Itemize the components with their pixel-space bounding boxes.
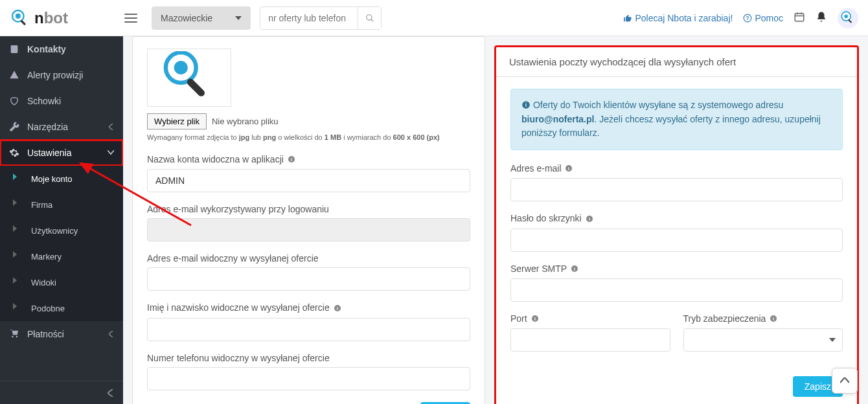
sidebar-label: Widoki: [31, 278, 114, 287]
sidebar-item-podobne[interactable]: Podobne: [0, 295, 123, 321]
sidebar-item-schowki[interactable]: Schowki: [0, 88, 123, 114]
chevron-down-icon: [108, 150, 114, 155]
chevron-left-icon: [109, 124, 114, 130]
smtp-server-input[interactable]: [510, 278, 843, 302]
caret-right-icon: [13, 174, 23, 184]
logo-icon: [10, 8, 30, 28]
file-hint: Wymagany format zdjęcia to jpg lub png o…: [147, 133, 470, 141]
avatar-thumbnail: [147, 49, 231, 107]
sidebar-item-widoki[interactable]: Widoki: [0, 269, 123, 295]
offer-email-input[interactable]: [147, 267, 470, 291]
info-icon[interactable]: i: [565, 164, 573, 174]
chevron-left-icon: [108, 389, 114, 397]
smtp-port-label: Port i: [510, 313, 670, 324]
chevron-up-icon: [840, 377, 849, 384]
fullname-input[interactable]: [147, 318, 470, 341]
account-name-input[interactable]: [147, 169, 470, 192]
sidebar-item-ustawienia[interactable]: Ustawienia: [0, 140, 123, 166]
sidebar-item-kontakty[interactable]: Kontakty: [0, 36, 123, 62]
smtp-security-select[interactable]: [683, 328, 843, 352]
caret-down-icon: [235, 16, 242, 20]
svg-text:i: i: [589, 216, 590, 221]
smtp-security-label: Tryb zabezpieczenia i: [683, 313, 843, 324]
region-select[interactable]: Mazowieckie: [152, 6, 251, 30]
scroll-top-button[interactable]: [832, 368, 858, 394]
sidebar-item-platnosci[interactable]: Płatności: [0, 321, 123, 347]
logo-text-n: n: [34, 9, 44, 27]
svg-rect-7: [795, 14, 804, 21]
sidebar-label: Firma: [31, 200, 114, 210]
menu-toggle-icon[interactable]: [123, 10, 139, 26]
choose-file-button[interactable]: Wybierz plik: [147, 113, 207, 129]
sidebar-collapse[interactable]: [0, 381, 123, 404]
sidebar-label: Podobne: [31, 304, 114, 313]
recommend-text: Polecaj Nbota i zarabiaj!: [635, 13, 733, 23]
smtp-password-input[interactable]: [510, 229, 843, 252]
svg-text:i: i: [291, 157, 292, 162]
svg-text:i: i: [773, 317, 774, 321]
header-right: Polecaj Nbota i zarabiaj! ? Pomoc: [623, 8, 858, 28]
bell-icon[interactable]: [816, 11, 827, 25]
heart-icon: [9, 96, 19, 106]
caret-right-icon: [13, 199, 23, 210]
avatar-icon: [839, 9, 857, 27]
caret-right-icon: [13, 277, 23, 287]
sidebar-item-narzedzia[interactable]: Narzędzia: [0, 114, 123, 140]
svg-text:i: i: [574, 266, 575, 271]
smtp-password-label: Hasło do skrzynki i: [510, 213, 843, 224]
search-input[interactable]: [260, 8, 358, 28]
sidebar-item-alerty[interactable]: Alerty prowizji: [0, 62, 123, 88]
offer-email-label: Adres e-mail widoczny w wysyłanej oferci…: [147, 253, 470, 264]
login-email-label: Adres e-mail wykorzystywany przy logowan…: [147, 204, 470, 214]
save-button[interactable]: Zapisz: [420, 402, 470, 404]
svg-text:i: i: [525, 102, 527, 108]
sidebar-label: Moje konto: [31, 174, 114, 184]
info-icon[interactable]: i: [586, 214, 593, 225]
sidebar-item-uzytkownicy[interactable]: Użytkownicy: [0, 218, 123, 243]
info-icon: i: [521, 100, 531, 109]
sidebar-label: Markery: [31, 252, 114, 262]
info-icon[interactable]: i: [770, 314, 777, 324]
calendar-icon[interactable]: [794, 11, 805, 25]
svg-point-17: [174, 61, 188, 74]
caret-right-icon: [13, 303, 23, 313]
recommend-link[interactable]: Polecaj Nbota i zarabiaj!: [623, 13, 733, 23]
svg-text:?: ?: [746, 15, 749, 21]
svg-text:i: i: [337, 306, 338, 310]
info-icon[interactable]: i: [288, 155, 295, 165]
phone-input[interactable]: [147, 367, 470, 390]
region-label: Mazowieckie: [161, 13, 212, 23]
svg-point-3: [366, 14, 371, 19]
help-icon: ?: [743, 14, 752, 23]
help-text: Pomoc: [755, 13, 783, 23]
svg-text:i: i: [534, 317, 536, 321]
sidebar-item-markery[interactable]: Markery: [0, 243, 123, 269]
svg-rect-14: [11, 45, 18, 53]
sidebar-item-mojekonto[interactable]: Moje konto: [0, 166, 123, 192]
wrench-icon: [9, 122, 19, 132]
contacts-icon: [9, 44, 19, 54]
fullname-label: Imię i nazwisko widoczne w wysyłanej ofe…: [147, 302, 470, 313]
smtp-email-input[interactable]: [510, 178, 843, 201]
smtp-info-alert: i Oferty do Twoich klientów wysyłane są …: [510, 89, 843, 150]
info-icon[interactable]: i: [334, 304, 341, 314]
search-wrap: [260, 6, 382, 30]
chevron-left-icon: [109, 331, 114, 337]
svg-rect-2: [20, 19, 26, 25]
sidebar-label: Schowki: [27, 96, 114, 106]
thumbs-up-icon: [623, 14, 632, 23]
content: Wybierz plik Nie wybrano pliku Wymagany …: [123, 36, 868, 404]
search-button[interactable]: [358, 7, 381, 29]
info-icon[interactable]: i: [531, 314, 539, 324]
help-link[interactable]: ? Pomoc: [743, 13, 783, 23]
sidebar-item-firma[interactable]: Firma: [0, 192, 123, 218]
smtp-email-label: Adres e-mail i: [510, 163, 843, 174]
logo[interactable]: nbot: [10, 8, 123, 28]
smtp-port-input[interactable]: [510, 328, 670, 352]
file-row: Wybierz plik Nie wybrano pliku: [147, 113, 470, 129]
svg-rect-18: [186, 77, 207, 98]
sidebar-label: Alerty prowizji: [27, 70, 114, 80]
avatar[interactable]: [838, 8, 858, 28]
info-icon[interactable]: i: [571, 264, 578, 275]
sidebar: Kontakty Alerty prowizji Schowki Narzędz…: [0, 36, 123, 404]
